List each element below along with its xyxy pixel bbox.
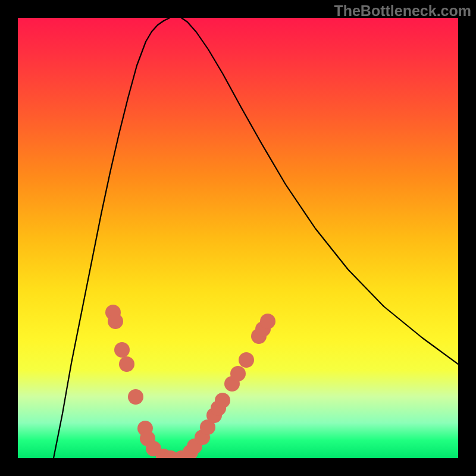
curve-lines	[54, 18, 458, 458]
plot-area	[18, 18, 458, 458]
marker-dot	[215, 393, 230, 408]
marker-dot	[230, 366, 246, 381]
marker-dot	[239, 352, 254, 368]
marker-dot	[260, 314, 275, 329]
marker-dot	[108, 314, 123, 329]
marker-dot	[114, 342, 130, 358]
marker-dot	[128, 389, 143, 405]
marker-dots	[105, 305, 275, 458]
marker-dot	[119, 356, 134, 372]
chart-svg	[18, 18, 458, 458]
watermark-label: TheBottleneck.com	[334, 2, 471, 20]
curve-left-branch	[54, 18, 170, 458]
chart-frame: TheBottleneck.com	[0, 0, 476, 476]
curve-right-branch	[181, 18, 458, 364]
